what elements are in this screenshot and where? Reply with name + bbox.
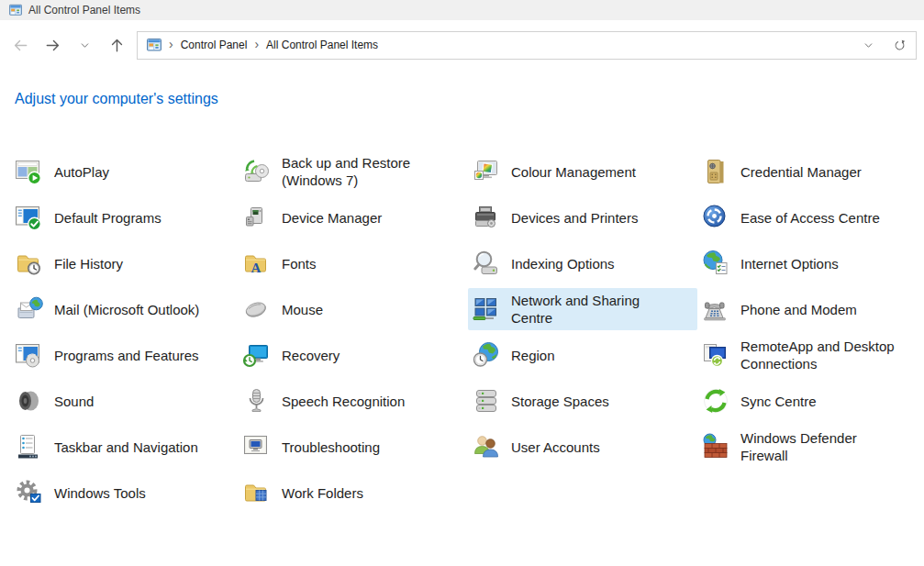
item-label: Credential Manager bbox=[740, 163, 862, 181]
item-storage-spaces[interactable]: Storage Spaces bbox=[468, 380, 697, 422]
nav-forward-button[interactable] bbox=[40, 33, 64, 57]
item-label: Fonts bbox=[282, 255, 317, 272]
item-back-up-and-restore-windows-7[interactable]: Back up and Restore (Windows 7) bbox=[239, 150, 468, 193]
item-label: Device Manager bbox=[282, 209, 382, 227]
item-label: Troubleshooting bbox=[282, 438, 380, 456]
grid-slot: RemoteApp and Desktop Connections bbox=[701, 332, 906, 378]
item-speech-recognition[interactable]: Speech Recognition bbox=[239, 380, 468, 422]
grid-slot: Indexing Options bbox=[472, 240, 701, 286]
item-taskbar-and-navigation[interactable]: Taskbar and Navigation bbox=[11, 426, 239, 468]
mouse-icon bbox=[242, 294, 272, 324]
nav-up-button[interactable] bbox=[105, 33, 128, 57]
item-sound[interactable]: Sound bbox=[11, 380, 239, 422]
windows-tools-icon bbox=[15, 478, 44, 507]
control-panel-icon bbox=[9, 4, 22, 17]
item-indexing-options[interactable]: Indexing Options bbox=[468, 242, 697, 284]
windows-defender-firewall-icon bbox=[701, 432, 730, 461]
item-windows-tools[interactable]: Windows Tools bbox=[11, 472, 239, 514]
nav-recent-locations-button[interactable] bbox=[72, 33, 96, 57]
address-bar[interactable]: › Control Panel › All Control Panel Item… bbox=[137, 31, 917, 60]
item-label: User Accounts bbox=[511, 438, 600, 456]
grid-slot: Devices and Printers bbox=[472, 194, 701, 240]
grid-slot: Region bbox=[472, 332, 701, 378]
grid-column-4: Credential ManagerEase of Access CentreI… bbox=[701, 149, 906, 516]
network-sharing-icon bbox=[472, 294, 501, 324]
grid-slot: Troubleshooting bbox=[242, 424, 472, 470]
svg-text:A: A bbox=[251, 261, 262, 275]
grid-slot: Network and Sharing Centre bbox=[472, 286, 701, 332]
work-folders-icon bbox=[242, 478, 272, 507]
item-file-history[interactable]: File History bbox=[11, 242, 239, 284]
explorer-window: All Control Panel Items › Control Panel … bbox=[0, 0, 924, 516]
sync-centre-icon bbox=[701, 386, 730, 416]
item-phone-and-modem[interactable]: Phone and Modem bbox=[697, 288, 902, 330]
breadcrumb-control-panel[interactable]: Control Panel bbox=[181, 39, 248, 51]
nav-back-button[interactable] bbox=[8, 33, 32, 57]
chevron-down-icon[interactable] bbox=[863, 39, 874, 51]
item-colour-management[interactable]: Colour Management bbox=[468, 150, 697, 193]
grid-slot: Mouse bbox=[242, 286, 472, 332]
breadcrumb-separator-icon: › bbox=[254, 38, 259, 50]
internet-options-icon bbox=[701, 249, 730, 278]
item-fonts[interactable]: AFonts bbox=[239, 242, 468, 284]
grid-slot: AutoPlay bbox=[15, 149, 242, 194]
item-label: Sync Centre bbox=[740, 393, 817, 410]
credential-manager-icon bbox=[701, 157, 730, 186]
indexing-options-icon bbox=[472, 249, 501, 278]
item-region[interactable]: Region bbox=[468, 334, 697, 376]
item-devices-and-printers[interactable]: Devices and Printers bbox=[468, 196, 697, 239]
item-recovery[interactable]: Recovery bbox=[239, 334, 468, 376]
troubleshooting-icon bbox=[242, 432, 272, 461]
breadcrumb-all-control-panel-items[interactable]: All Control Panel Items bbox=[266, 39, 378, 51]
item-user-accounts[interactable]: User Accounts bbox=[468, 426, 697, 468]
grid-column-1: AutoPlayDefault ProgramsFile HistoryMail… bbox=[15, 149, 242, 516]
autoplay-icon bbox=[15, 157, 44, 186]
grid-slot: Sound bbox=[15, 378, 242, 424]
item-windows-defender-firewall[interactable]: Windows Defender Firewall bbox=[697, 426, 902, 468]
refresh-icon[interactable] bbox=[893, 39, 907, 52]
item-label: Ease of Access Centre bbox=[740, 209, 880, 227]
item-label: Back up and Restore (Windows 7) bbox=[282, 154, 445, 189]
item-label: RemoteApp and Desktop Connections bbox=[740, 338, 896, 372]
grid-slot: Internet Options bbox=[701, 240, 906, 286]
item-programs-and-features[interactable]: Programs and Features bbox=[11, 334, 239, 376]
item-sync-centre[interactable]: Sync Centre bbox=[697, 380, 902, 422]
grid-slot: Taskbar and Navigation bbox=[15, 424, 242, 470]
navigation-toolbar: › Control Panel › All Control Panel Item… bbox=[0, 20, 924, 70]
item-mail-microsoft-outlook[interactable]: Mail (Microsoft Outlook) bbox=[11, 288, 239, 330]
item-label: File History bbox=[54, 255, 123, 272]
remoteapp-icon bbox=[701, 340, 730, 370]
item-label: Mouse bbox=[282, 301, 323, 318]
grid-slot: Phone and Modem bbox=[701, 286, 906, 332]
file-history-icon bbox=[15, 249, 44, 278]
devices-and-printers-icon bbox=[472, 203, 501, 232]
item-default-programs[interactable]: Default Programs bbox=[11, 196, 239, 239]
item-label: Speech Recognition bbox=[282, 393, 405, 410]
item-credential-manager[interactable]: Credential Manager bbox=[697, 150, 902, 193]
region-icon bbox=[472, 340, 501, 370]
item-work-folders[interactable]: Work Folders bbox=[239, 472, 468, 514]
item-network-and-sharing-centre[interactable]: Network and Sharing Centre bbox=[468, 288, 697, 330]
item-remoteapp-and-desktop-connections[interactable]: RemoteApp and Desktop Connections bbox=[697, 334, 902, 376]
grid-slot: Credential Manager bbox=[701, 149, 906, 194]
grid-slot: Ease of Access Centre bbox=[701, 194, 906, 240]
item-label: Programs and Features bbox=[54, 347, 199, 364]
item-label: Storage Spaces bbox=[511, 393, 609, 410]
taskbar-icon bbox=[15, 432, 44, 461]
item-label: Indexing Options bbox=[511, 255, 615, 272]
user-accounts-icon bbox=[472, 432, 501, 461]
item-label: Taskbar and Navigation bbox=[54, 438, 198, 456]
colour-management-icon bbox=[472, 157, 501, 186]
item-mouse[interactable]: Mouse bbox=[239, 288, 468, 330]
item-label: Phone and Modem bbox=[740, 301, 857, 318]
grid-column-2: Back up and Restore (Windows 7)Device Ma… bbox=[242, 149, 472, 516]
item-autoplay[interactable]: AutoPlay bbox=[11, 150, 239, 193]
item-ease-of-access-centre[interactable]: Ease of Access Centre bbox=[697, 196, 902, 239]
default-programs-icon bbox=[15, 203, 44, 232]
item-label: Mail (Microsoft Outlook) bbox=[54, 301, 199, 318]
grid-slot: Work Folders bbox=[242, 470, 472, 516]
grid-slot: User Accounts bbox=[472, 424, 701, 470]
item-internet-options[interactable]: Internet Options bbox=[697, 242, 902, 284]
item-device-manager[interactable]: Device Manager bbox=[239, 196, 468, 239]
item-troubleshooting[interactable]: Troubleshooting bbox=[239, 426, 468, 468]
